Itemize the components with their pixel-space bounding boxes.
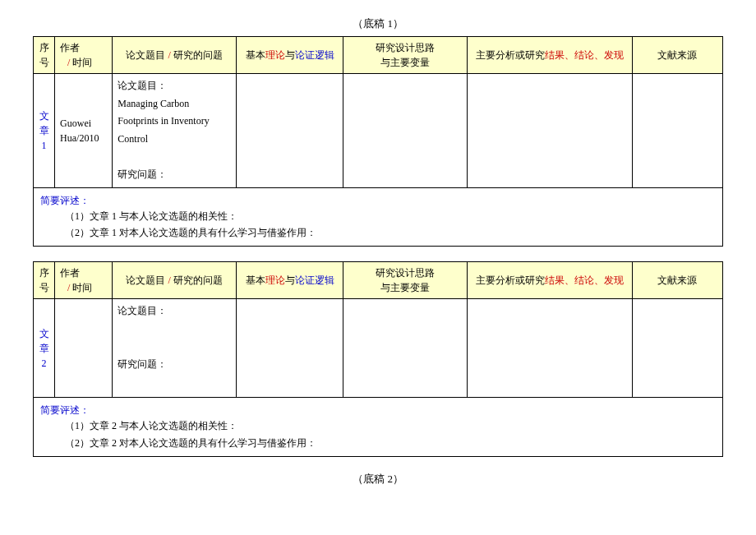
review-row: 简要评述： （1）文章 1 与本人论文选题的相关性： （2）文章 1 对本人论文…	[34, 187, 723, 247]
review-line-1: （1）文章 2 与本人论文选题的相关性：	[40, 417, 716, 434]
header-index: 序号	[34, 262, 55, 299]
header-theory: 基本理论与论证逻辑	[236, 37, 343, 74]
review-label: 简要评述：	[40, 403, 716, 417]
review-row: 简要评述： （1）文章 2 与本人论文选题的相关性： （2）文章 2 对本人论文…	[34, 398, 723, 457]
header-index: 序号	[34, 37, 55, 74]
header-theory: 基本理论与论证逻辑	[236, 262, 343, 299]
header-analysis: 主要分析或研究结果、结论、发现	[467, 37, 632, 74]
review-cell: 简要评述： （1）文章 1 与本人论文选题的相关性： （2）文章 1 对本人论文…	[34, 187, 723, 247]
article-analysis-cell	[467, 299, 632, 398]
article-index-cell: 文章1	[34, 74, 55, 188]
header-design: 研究设计思路与主要变量	[343, 262, 468, 299]
article-author-cell: Guowei Hua/2010	[55, 74, 113, 188]
review-line-2: （2）文章 1 对本人论文选题的具有什么学习与借鉴作用：	[40, 224, 716, 241]
review-label: 简要评述：	[40, 193, 716, 208]
article-table-2: 序号 作者 / 时间 论文题目 / 研究的问题 基本理论与论证逻辑 研究设计思路…	[33, 261, 723, 457]
review-cell: 简要评述： （1）文章 2 与本人论文选题的相关性： （2）文章 2 对本人论文…	[34, 398, 723, 457]
article-analysis-cell	[467, 74, 632, 188]
article-index-cell: 文章2	[34, 299, 55, 398]
header-source: 文献来源	[632, 262, 722, 299]
article-theory-cell	[236, 74, 343, 188]
article-table-1: 序号 作者 / 时间 论文题目 / 研究的问题 基本理论与论证逻辑 研究设计思路…	[33, 36, 723, 247]
table-header-row: 序号 作者 / 时间 论文题目 / 研究的问题 基本理论与论证逻辑 研究设计思路…	[34, 262, 723, 299]
table-row: 文章2 论文题目： 研究问题：	[34, 299, 723, 398]
table-header-row: 序号 作者 / 时间 论文题目 / 研究的问题 基本理论与论证逻辑 研究设计思路…	[34, 37, 723, 74]
header-author: 作者 / 时间	[55, 37, 113, 74]
header-design: 研究设计思路与主要变量	[343, 37, 468, 74]
article-topic-cell: 论文题目： 研究问题：	[113, 299, 237, 398]
header-topic: 论文题目 / 研究的问题	[113, 262, 237, 299]
header-topic: 论文题目 / 研究的问题	[113, 37, 237, 74]
article-theory-cell	[236, 299, 343, 398]
table-row: 文章1 Guowei Hua/2010 论文题目： Managing Carbo…	[34, 74, 723, 188]
page-title-top: （底稿 1）	[33, 16, 723, 31]
article-design-cell	[343, 74, 468, 188]
article-design-cell	[343, 299, 468, 398]
header-analysis: 主要分析或研究结果、结论、发现	[467, 262, 632, 299]
review-line-1: （1）文章 1 与本人论文选题的相关性：	[40, 208, 716, 224]
article-topic-cell: 论文题目： Managing Carbon Footprints in Inve…	[113, 74, 237, 188]
header-source: 文献来源	[632, 37, 722, 74]
header-author: 作者 / 时间	[55, 262, 113, 299]
review-line-2: （2）文章 2 对本人论文选题的具有什么学习与借鉴作用：	[40, 435, 716, 451]
article-source-cell	[632, 299, 722, 398]
article-source-cell	[632, 74, 722, 188]
page-title-bottom: （底稿 2）	[33, 472, 723, 487]
article-author-cell	[55, 299, 113, 398]
